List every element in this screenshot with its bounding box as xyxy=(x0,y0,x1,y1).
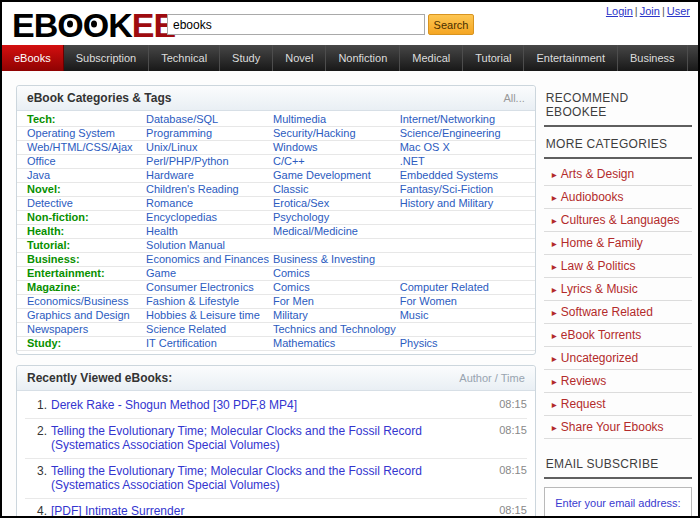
category-link[interactable]: .NET xyxy=(400,155,425,167)
category-link[interactable]: Physics xyxy=(400,337,438,349)
category-link[interactable]: History and Military xyxy=(400,197,494,209)
ebook-link[interactable]: Telling the Evolutionary Time; Molecular… xyxy=(51,424,493,452)
category-link[interactable]: Windows xyxy=(273,141,318,153)
category-link[interactable]: For Men xyxy=(273,295,314,307)
category-label[interactable]: Non-fiction: xyxy=(27,211,89,223)
user-link-user[interactable]: User xyxy=(667,5,690,17)
category-link[interactable]: Psychology xyxy=(273,211,329,223)
sidebar-item-reviews[interactable]: ▸Reviews xyxy=(544,370,692,393)
category-link[interactable]: Graphics and Design xyxy=(27,309,130,321)
category-link[interactable]: Consumer Electronics xyxy=(146,281,254,293)
category-link[interactable]: Business & Investing xyxy=(273,253,375,265)
category-link[interactable]: Unix/Linux xyxy=(146,141,197,153)
category-link[interactable]: IT Certification xyxy=(146,337,217,349)
search-button[interactable]: Search xyxy=(428,14,474,35)
category-link[interactable]: C/C++ xyxy=(273,155,305,167)
category-link[interactable]: Programming xyxy=(146,127,212,139)
category-link[interactable]: Fantasy/Sci-Fiction xyxy=(400,183,494,195)
nav-tab-ebooks[interactable]: eBooks xyxy=(2,45,64,71)
category-link[interactable]: Solution Manual xyxy=(146,239,225,251)
sidebar-item-lyrics-music[interactable]: ▸Lyrics & Music xyxy=(544,278,692,301)
category-link[interactable]: For Women xyxy=(400,295,457,307)
nav-tab-medical[interactable]: Medical xyxy=(400,45,463,71)
category-link[interactable]: Science Related xyxy=(146,323,226,335)
category-link[interactable]: Multimedia xyxy=(273,113,326,125)
category-link[interactable]: Erotica/Sex xyxy=(273,197,329,209)
recently-viewed-item: 3.Telling the Evolutionary Time; Molecul… xyxy=(25,459,527,499)
category-link[interactable]: Hobbies & Leisure time xyxy=(146,309,260,321)
nav-tab-magazine[interactable]: Magazine xyxy=(688,45,700,71)
category-link[interactable]: Technics and Technology xyxy=(273,323,396,335)
category-link[interactable]: Classic xyxy=(273,183,308,195)
category-link[interactable]: Medical/Medicine xyxy=(273,225,358,237)
nav-tab-technical[interactable]: Technical xyxy=(149,45,220,71)
category-link[interactable]: Comics xyxy=(273,267,310,279)
nav-tab-business[interactable]: Business xyxy=(618,45,688,71)
categories-all-link[interactable]: All... xyxy=(503,92,524,104)
category-link[interactable]: Operating System xyxy=(27,127,115,139)
category-link[interactable]: Music xyxy=(400,309,429,321)
nav-tab-nonfiction[interactable]: Nonfiction xyxy=(326,45,400,71)
category-link[interactable]: Health xyxy=(146,225,178,237)
category-link[interactable]: Embedded Systems xyxy=(400,169,498,181)
sidebar-item-law-politics[interactable]: ▸Law & Politics xyxy=(544,255,692,278)
sidebar-item-arts-design[interactable]: ▸Arts & Design xyxy=(544,163,692,186)
category-link[interactable]: Perl/PHP/Python xyxy=(146,155,229,167)
category-link[interactable]: Database/SQL xyxy=(146,113,218,125)
sidebar-item-cultures-languages[interactable]: ▸Cultures & Languages xyxy=(544,209,692,232)
user-link-login[interactable]: Login xyxy=(606,5,633,17)
nav-tab-tutorial[interactable]: Tutorial xyxy=(463,45,524,71)
category-link[interactable]: Fashion & Lifestyle xyxy=(146,295,239,307)
site-logo[interactable]: EBOOKEE xyxy=(12,6,175,44)
nav-tab-novel[interactable]: Novel xyxy=(273,45,326,71)
category-link[interactable]: Mathematics xyxy=(273,337,335,349)
category-label[interactable]: Health: xyxy=(27,225,64,237)
category-link[interactable]: Children's Reading xyxy=(146,183,239,195)
search-input[interactable] xyxy=(167,14,425,35)
category-link[interactable]: Mac OS X xyxy=(400,141,450,153)
category-link[interactable]: Economics and Finances xyxy=(146,253,269,265)
category-label[interactable]: Tech: xyxy=(27,113,56,125)
arrow-right-icon: ▸ xyxy=(552,376,557,387)
sidebar-item-home-family[interactable]: ▸Home & Family xyxy=(544,232,692,255)
category-label[interactable]: Magazine: xyxy=(27,281,80,293)
category-label[interactable]: Novel: xyxy=(27,183,61,195)
sidebar-item-audiobooks[interactable]: ▸Audiobooks xyxy=(544,186,692,209)
category-link[interactable]: Game xyxy=(146,267,176,279)
category-link[interactable]: Game Development xyxy=(273,169,371,181)
category-link[interactable]: Comics xyxy=(273,281,310,293)
category-link[interactable]: Web/HTML/CSS/Ajax xyxy=(27,141,133,153)
category-link[interactable]: Romance xyxy=(146,197,193,209)
sidebar-item-request[interactable]: ▸Request xyxy=(544,393,692,416)
category-link[interactable]: Science/Engineering xyxy=(400,127,501,139)
sidebar-item-uncategorized[interactable]: ▸Uncategorized xyxy=(544,347,692,370)
category-label[interactable]: Business: xyxy=(27,253,80,265)
category-link[interactable]: Military xyxy=(273,309,308,321)
category-link[interactable]: Encyclopedias xyxy=(146,211,217,223)
nav-tab-subscription[interactable]: Subscription xyxy=(64,45,150,71)
ebook-link[interactable]: Telling the Evolutionary Time; Molecular… xyxy=(51,464,493,492)
category-cell: Computer Related xyxy=(398,281,535,295)
category-row: Economics/BusinessFashion & LifestyleFor… xyxy=(17,295,535,309)
category-label[interactable]: Study: xyxy=(27,337,61,349)
user-link-join[interactable]: Join xyxy=(640,5,660,17)
category-label[interactable]: Entertainment: xyxy=(27,267,105,279)
category-link[interactable]: Detective xyxy=(27,197,73,209)
sidebar-item-share-your-ebooks[interactable]: ▸Share Your Ebooks xyxy=(544,416,692,439)
category-label[interactable]: Tutorial: xyxy=(27,239,70,251)
ebook-link[interactable]: [PDF] Intimate Surrender xyxy=(51,504,493,518)
ebook-link[interactable]: Derek Rake - Shogun Method [30 PDF,8 MP4… xyxy=(51,398,493,412)
sidebar-item-software-related[interactable]: ▸Software Related xyxy=(544,301,692,324)
category-link[interactable]: Hardware xyxy=(146,169,194,181)
category-link[interactable]: Computer Related xyxy=(400,281,489,293)
sidebar-item-ebook-torrents[interactable]: ▸eBook Torrents xyxy=(544,324,692,347)
category-link[interactable]: Economics/Business xyxy=(27,295,129,307)
nav-tab-entertainment[interactable]: Entertainment xyxy=(524,45,617,71)
category-link[interactable]: Java xyxy=(27,169,50,181)
category-link[interactable]: Office xyxy=(27,155,56,167)
category-link[interactable]: Security/Hacking xyxy=(273,127,356,139)
category-link[interactable]: Newspapers xyxy=(27,323,88,335)
nav-tab-study[interactable]: Study xyxy=(220,45,273,71)
category-link[interactable]: Internet/Networking xyxy=(400,113,495,125)
recently-viewed-list: 1.Derek Rake - Shogun Method [30 PDF,8 M… xyxy=(17,391,535,518)
